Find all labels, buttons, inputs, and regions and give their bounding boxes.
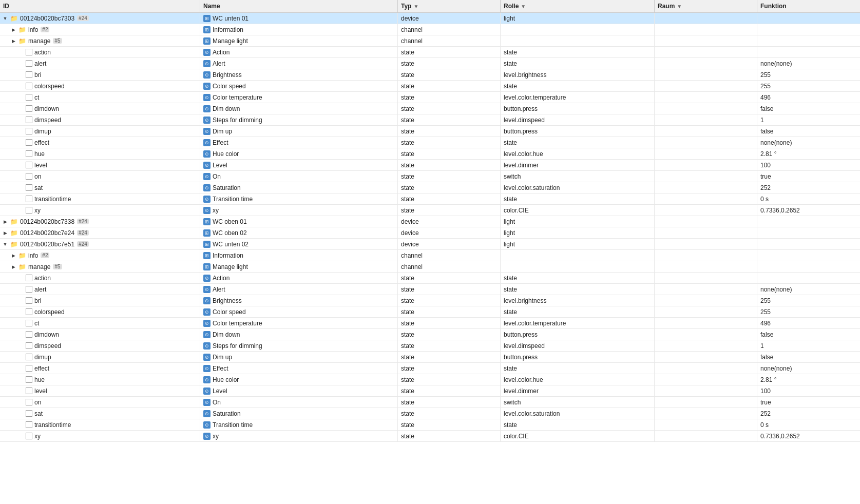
table-row[interactable]: xy⊙xystatecolor.CIE0.7336,0.2652	[0, 205, 860, 216]
row-checkbox[interactable]	[26, 433, 32, 439]
row-checkbox[interactable]	[26, 117, 32, 123]
row-checkbox[interactable]	[26, 105, 32, 112]
table-row[interactable]: level⊙Levelstatelevel.dimmer100	[0, 160, 860, 171]
table-row[interactable]: dimup⊙Dim upstatebutton.pressfalse	[0, 126, 860, 137]
table-row[interactable]: xy⊙xystatecolor.CIE0.7336,0.2652	[0, 431, 860, 442]
table-row[interactable]: dimspeed⊙Steps for dimmingstatelevel.dim…	[0, 340, 860, 352]
typ-cell: state	[398, 160, 501, 170]
table-row[interactable]: action⊙Actionstatestate	[0, 47, 860, 58]
row-checkbox[interactable]	[26, 399, 32, 405]
row-checkbox[interactable]	[26, 60, 32, 67]
row-checkbox[interactable]	[26, 94, 32, 101]
row-checkbox[interactable]	[26, 139, 32, 146]
state-icon: ⊙	[203, 320, 211, 327]
header-funktion[interactable]: Funktion	[757, 0, 860, 12]
row-checkbox[interactable]	[26, 320, 32, 326]
name-text: Dim up	[213, 128, 232, 135]
funktion-cell	[757, 250, 860, 261]
row-checkbox[interactable]	[26, 196, 32, 202]
id-text: sat	[34, 184, 43, 191]
id-cell: xy	[0, 205, 200, 216]
table-row[interactable]: dimspeed⊙Steps for dimmingstatelevel.dim…	[0, 114, 860, 126]
expand-icon[interactable]: ▶	[10, 253, 16, 259]
row-checkbox[interactable]	[26, 376, 32, 383]
row-checkbox[interactable]	[26, 354, 32, 360]
row-checkbox[interactable]	[26, 342, 32, 349]
table-row[interactable]: hue⊙Hue colorstatelevel.color.hue2.81 °	[0, 374, 860, 385]
row-checkbox[interactable]	[26, 83, 32, 89]
table-row[interactable]: ▶📁00124b0020bc7338#24⊞WC oben 01deviceli…	[0, 216, 860, 227]
rolle-cell	[501, 35, 655, 46]
row-checkbox[interactable]	[26, 387, 32, 394]
table-row[interactable]: alert⊙Alertstatestatenone(none)	[0, 284, 860, 295]
row-checkbox[interactable]	[26, 421, 32, 428]
table-row[interactable]: hue⊙Hue colorstatelevel.color.hue2.81 °	[0, 148, 860, 160]
table-row[interactable]: action⊙Actionstatestate	[0, 273, 860, 284]
typ-cell: state	[398, 58, 501, 69]
header-name[interactable]: Name	[200, 0, 398, 12]
state-icon: ⊙	[203, 139, 211, 146]
header-raum[interactable]: Raum ▼	[655, 0, 757, 12]
table-row[interactable]: on⊙Onstateswitchtrue	[0, 171, 860, 182]
expand-icon[interactable]: ▶	[10, 38, 16, 44]
table-row[interactable]: sat⊙Saturationstatelevel.color.saturatio…	[0, 182, 860, 193]
table-row[interactable]: dimdown⊙Dim downstatebutton.pressfalse	[0, 103, 860, 114]
table-row[interactable]: ▶📁info#2⊞Informationchannel	[0, 24, 860, 35]
table-row[interactable]: ct⊙Color temperaturestatelevel.color.tem…	[0, 318, 860, 329]
table-row[interactable]: colorspeed⊙Color speedstatestate255	[0, 306, 860, 318]
table-row[interactable]: ct⊙Color temperaturestatelevel.color.tem…	[0, 92, 860, 103]
collapse-icon[interactable]: ▼	[2, 241, 8, 247]
row-checkbox[interactable]	[26, 162, 32, 168]
table-row[interactable]: dimup⊙Dim upstatebutton.pressfalse	[0, 352, 860, 363]
row-checkbox[interactable]	[26, 71, 32, 78]
table-row[interactable]: on⊙Onstateswitchtrue	[0, 397, 860, 408]
table-row[interactable]: level⊙Levelstatelevel.dimmer100	[0, 385, 860, 397]
row-checkbox[interactable]	[26, 207, 32, 214]
table-row[interactable]: effect⊙Effectstatestatenone(none)	[0, 137, 860, 148]
header-id[interactable]: ID	[0, 0, 200, 12]
raum-cell	[655, 114, 757, 125]
name-cell: ⊙Brightness	[200, 69, 398, 80]
table-row[interactable]: ▶📁00124b0020bc7e24#24⊞WC oben 02deviceli…	[0, 227, 860, 239]
id-cell: bri	[0, 69, 200, 80]
row-checkbox[interactable]	[26, 365, 32, 372]
row-checkbox[interactable]	[26, 331, 32, 338]
name-cell: ⊙Hue color	[200, 374, 398, 385]
row-checkbox[interactable]	[26, 173, 32, 180]
row-checkbox[interactable]	[26, 410, 32, 417]
header-rolle[interactable]: Rolle ▼	[501, 0, 655, 12]
expand-icon[interactable]: ▶	[2, 219, 8, 225]
funktion-cell: true	[757, 397, 860, 408]
expand-icon[interactable]: ▶	[10, 27, 16, 33]
row-checkbox[interactable]	[26, 297, 32, 304]
table-row[interactable]: ▶📁manage#5⊞Manage lightchannel	[0, 35, 860, 47]
table-row[interactable]: alert⊙Alertstatestatenone(none)	[0, 58, 860, 69]
table-row[interactable]: transitiontime⊙Transition timestatestate…	[0, 193, 860, 205]
row-checkbox[interactable]	[26, 308, 32, 315]
table-row[interactable]: transitiontime⊙Transition timestatestate…	[0, 419, 860, 431]
row-checkbox[interactable]	[26, 128, 32, 134]
raum-cell	[655, 385, 757, 396]
collapse-icon[interactable]: ▼	[2, 15, 8, 22]
table-row[interactable]: ▶📁manage#5⊞Manage lightchannel	[0, 261, 860, 273]
row-checkbox[interactable]	[26, 150, 32, 157]
table-row[interactable]: bri⊙Brightnessstatelevel.brightness255	[0, 295, 860, 306]
rolle-cell: light	[501, 227, 655, 238]
table-row[interactable]: ▶📁info#2⊞Informationchannel	[0, 250, 860, 261]
table-row[interactable]: ▼📁00124b0020bc7e51#24⊞WC unten 02devicel…	[0, 239, 860, 250]
row-checkbox[interactable]	[26, 275, 32, 281]
table-row[interactable]: dimdown⊙Dim downstatebutton.pressfalse	[0, 329, 860, 340]
table-row[interactable]: effect⊙Effectstatestatenone(none)	[0, 363, 860, 374]
expand-icon[interactable]: ▶	[2, 230, 8, 236]
header-typ[interactable]: Typ ▼	[398, 0, 501, 12]
row-checkbox[interactable]	[26, 286, 32, 293]
row-checkbox[interactable]	[26, 49, 32, 55]
table-row[interactable]: sat⊙Saturationstatelevel.color.saturatio…	[0, 408, 860, 419]
row-checkbox[interactable]	[26, 184, 32, 191]
table-row[interactable]: colorspeed⊙Color speedstatestate255	[0, 81, 860, 92]
typ-cell: channel	[398, 261, 501, 272]
channel-icon: ⊞	[203, 218, 211, 225]
table-row[interactable]: ▼📁00124b0020bc7303#24⊞WC unten 01devicel…	[0, 13, 860, 24]
expand-icon[interactable]: ▶	[10, 264, 16, 270]
table-row[interactable]: bri⊙Brightnessstatelevel.brightness255	[0, 69, 860, 81]
